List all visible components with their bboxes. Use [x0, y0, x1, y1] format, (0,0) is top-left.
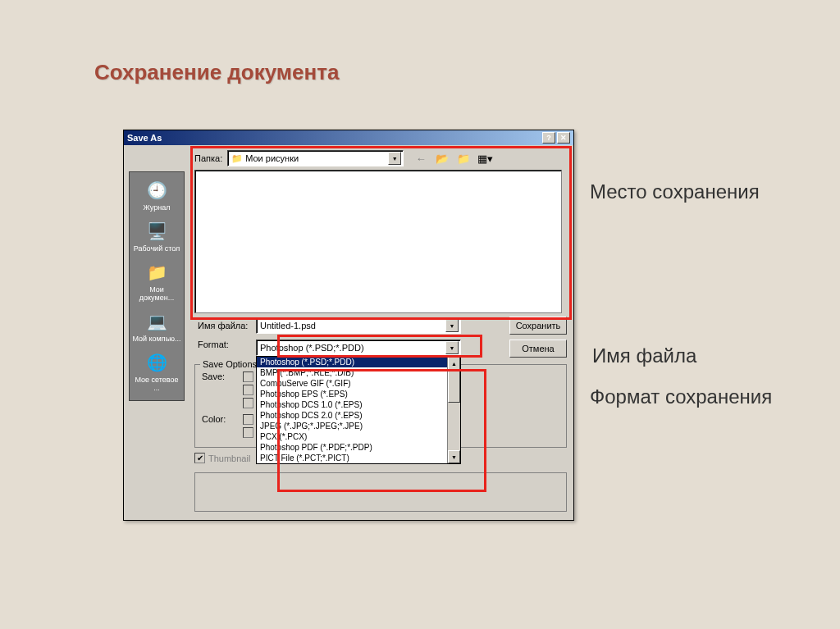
checkbox[interactable] — [243, 385, 253, 395]
scrollbar[interactable]: ▲ ▼ — [447, 357, 460, 463]
sidebar-item-desktop[interactable]: 🖥️ Рабочий стол — [132, 217, 181, 258]
sidebar-label: Мои докумен... — [132, 285, 181, 302]
computer-icon: 💻 — [144, 310, 170, 333]
format-option[interactable]: Photoshop PDF (*.PDF;*.PDP) — [257, 442, 460, 453]
checkbox[interactable] — [243, 414, 253, 425]
save-button[interactable]: Сохранить — [509, 317, 567, 335]
info-box — [194, 472, 567, 512]
scroll-down-icon[interactable]: ▼ — [448, 450, 460, 463]
color-label: Color: — [202, 414, 243, 440]
save-as-dialog: Save As ? ✕ 🕘 Журнал 🖥️ Рабочий стол 📁 М… — [123, 130, 574, 521]
help-button[interactable]: ? — [542, 132, 555, 144]
chevron-down-icon[interactable]: ▼ — [445, 341, 459, 354]
format-option[interactable]: PCX (*.PCX) — [257, 431, 460, 442]
format-option[interactable]: JPEG (*.JPG;*.JPEG;*.JPE) — [257, 421, 460, 431]
save-label: Save: — [202, 371, 243, 411]
options-legend: Save Options — [200, 359, 259, 369]
format-label: Format: — [194, 340, 256, 358]
format-dropdown[interactable]: Photoshop (*.PSD;*.PDD) ▼ — [256, 340, 461, 356]
scroll-up-icon[interactable]: ▲ — [448, 357, 460, 370]
filename-label: Имя файла: — [194, 321, 256, 330]
desktop-icon: 🖥️ — [144, 220, 170, 243]
sidebar-label: Рабочий стол — [132, 244, 181, 253]
cancel-button[interactable]: Отмена — [509, 340, 567, 358]
checkbox[interactable] — [243, 398, 253, 408]
view-menu-icon[interactable]: ▦▾ — [476, 150, 494, 166]
sidebar-item-computer[interactable]: 💻 Мой компью... — [132, 307, 181, 348]
folder-dropdown[interactable]: 📁 Мои рисунки ▼ — [227, 150, 404, 166]
sidebar-item-documents[interactable]: 📁 Мои докумен... — [132, 258, 181, 307]
thumbnail-checkbox[interactable]: ✔ — [194, 453, 205, 463]
annotation-location: Место сохранения — [590, 180, 760, 203]
folder-icon: 📁 — [144, 261, 170, 284]
format-option[interactable]: Photoshop EPS (*.EPS) — [257, 389, 460, 399]
chevron-down-icon[interactable]: ▼ — [388, 152, 401, 165]
close-button[interactable]: ✕ — [557, 132, 570, 144]
checkbox[interactable] — [243, 427, 253, 438]
folder-icon: 📁 — [231, 153, 243, 163]
sidebar-label: Мой компью... — [132, 335, 181, 343]
format-list: Photoshop (*.PSD;*.PDD) BMP (*.BMP;*.RLE… — [256, 356, 461, 464]
new-folder-icon[interactable]: 📁 — [454, 150, 472, 166]
filename-input[interactable]: Untitled-1.psd ▼ — [256, 317, 461, 334]
sidebar-item-history[interactable]: 🕘 Журнал — [132, 175, 181, 217]
format-option[interactable]: PICT File (*.PCT;*.PICT) — [257, 453, 460, 463]
folder-value: Мои рисунки — [245, 153, 299, 163]
format-option[interactable]: BMP (*.BMP;*.RLE;*.DIB) — [257, 367, 460, 378]
network-icon: 🌐 — [144, 351, 170, 374]
file-list[interactable] — [194, 170, 562, 313]
chevron-down-icon[interactable]: ▼ — [445, 319, 459, 332]
scroll-thumb[interactable] — [448, 370, 460, 403]
titlebar: Save As ? ✕ — [124, 130, 573, 145]
sidebar-label: Мое сетевое ... — [132, 376, 181, 392]
back-icon[interactable]: ← — [412, 150, 430, 166]
format-value: Photoshop (*.PSD;*.PDD) — [260, 343, 364, 353]
slide-title: Сохранение документа — [94, 60, 339, 85]
annotation-filename: Имя файла — [592, 344, 696, 367]
places-sidebar: 🕘 Журнал 🖥️ Рабочий стол 📁 Мои докумен..… — [129, 171, 185, 401]
history-icon: 🕘 — [144, 179, 170, 202]
checkbox[interactable] — [243, 371, 253, 382]
thumbnail-label: Thumbnail — [208, 454, 250, 463]
sidebar-item-network[interactable]: 🌐 Мое сетевое ... — [132, 348, 181, 397]
filename-value: Untitled-1.psd — [260, 321, 316, 330]
format-option[interactable]: Photoshop DCS 1.0 (*.EPS) — [257, 399, 460, 410]
format-option[interactable]: Photoshop (*.PSD;*.PDD) — [257, 357, 460, 367]
annotation-format: Формат сохранения — [590, 385, 772, 408]
sidebar-label: Журнал — [132, 203, 181, 212]
dialog-title: Save As — [127, 133, 162, 143]
format-option[interactable]: CompuServe GIF (*.GIF) — [257, 378, 460, 389]
up-folder-icon[interactable]: 📂 — [433, 150, 451, 166]
folder-label: Папка: — [194, 153, 222, 163]
format-option[interactable]: Photoshop DCS 2.0 (*.EPS) — [257, 410, 460, 421]
